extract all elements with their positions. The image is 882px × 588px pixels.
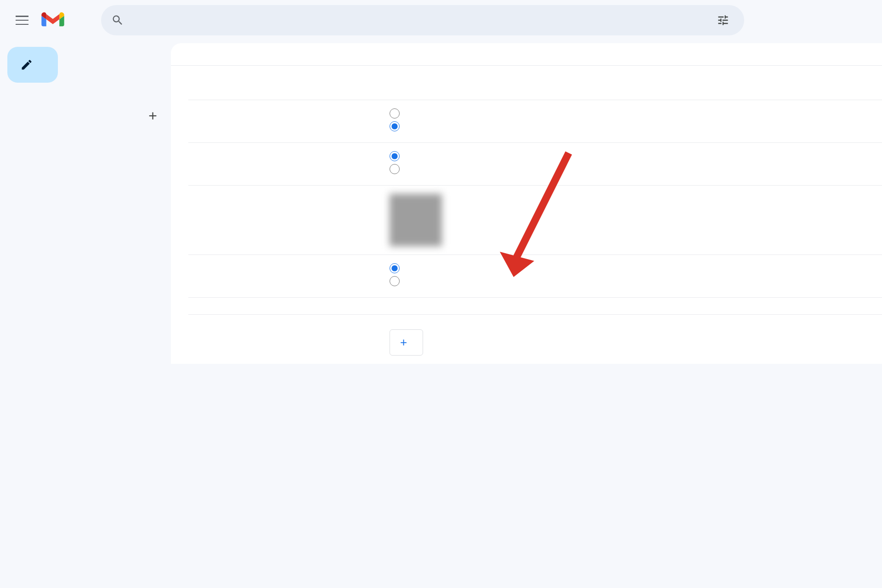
search-icon: [111, 14, 124, 27]
keyboard-on-option[interactable]: [390, 121, 882, 131]
keyboard-off-option[interactable]: [390, 108, 882, 119]
buttons-text-option[interactable]: [390, 164, 882, 174]
main-menu-button[interactable]: [9, 7, 35, 33]
gmail-m-icon: [41, 11, 64, 29]
plus-icon: +: [400, 335, 407, 350]
create-signature-button[interactable]: +: [390, 329, 423, 356]
search-input[interactable]: [132, 14, 704, 27]
buttons-icons-option[interactable]: [390, 151, 882, 161]
tune-icon: [717, 14, 729, 27]
add-label-button[interactable]: +: [148, 107, 157, 124]
contacts-auto-option[interactable]: [390, 263, 882, 273]
pencil-icon: [20, 58, 33, 71]
page-title: [171, 43, 882, 65]
gmail-logo[interactable]: [41, 11, 69, 29]
search-bar[interactable]: [101, 5, 744, 35]
hamburger-icon: [16, 16, 28, 25]
compose-button[interactable]: [7, 47, 58, 83]
contacts-manual-option[interactable]: [390, 276, 882, 286]
search-options-button[interactable]: [712, 9, 734, 31]
profile-picture[interactable]: [390, 194, 442, 246]
